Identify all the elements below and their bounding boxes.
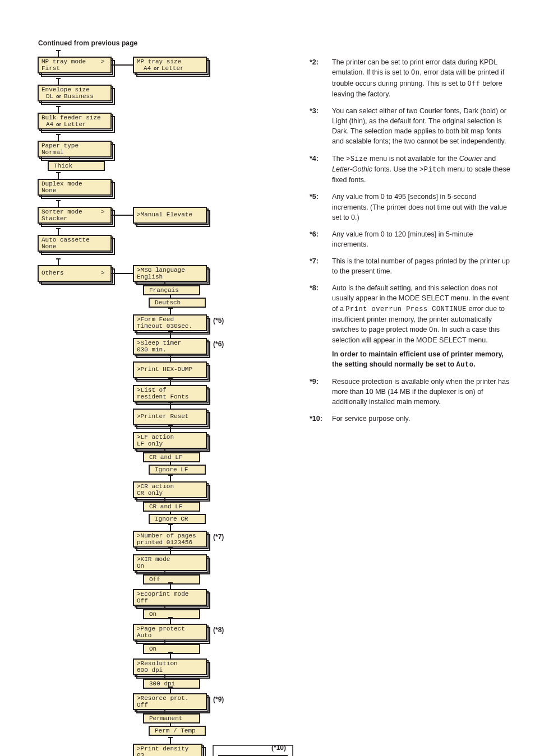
svg-text:(*6): (*6)	[213, 340, 224, 348]
svg-text:>Ecoprint mode: >Ecoprint mode	[137, 591, 188, 597]
note-8: *8: Auto is the default setting, and thi…	[310, 283, 510, 370]
svg-text:CR and LF: CR and LF	[149, 503, 182, 510]
svg-text:(*8): (*8)	[213, 626, 224, 634]
svg-text:>Manual Elevate: >Manual Elevate	[137, 211, 192, 218]
svg-text:Perm / Temp: Perm / Temp	[155, 727, 196, 734]
svg-text:resident Fonts: resident Fonts	[137, 393, 188, 400]
node-hexdump: >Print HEX-DUMP	[133, 355, 210, 381]
svg-text:Off: Off	[137, 597, 148, 604]
svg-text:(*5): (*5)	[213, 317, 224, 324]
svg-text:(*9): (*9)	[213, 695, 224, 703]
svg-text:>KIR mode: >KIR mode	[137, 556, 170, 563]
svg-text:030 min.: 030 min.	[137, 346, 167, 353]
svg-text:Sorter mode: Sorter mode	[41, 208, 82, 215]
page-continued-heading: Continued from previous page	[38, 39, 510, 47]
svg-text:>: >	[101, 58, 105, 65]
svg-text:A4: A4	[46, 121, 54, 128]
svg-text:03: 03	[137, 752, 144, 756]
svg-text:or: or	[56, 122, 61, 127]
node-resolution: >Resolution 600 dpi 300 dpi	[133, 652, 210, 688]
svg-text:On: On	[137, 563, 144, 569]
svg-text:MP tray size: MP tray size	[137, 58, 181, 65]
svg-text:Thick: Thick	[54, 163, 72, 169]
node-eco: >Ecoprint mode Off On	[133, 583, 210, 619]
svg-text:Letter: Letter	[64, 121, 86, 128]
node-bulk-feeder: Bulk feeder size A4 or Letter	[38, 106, 114, 132]
svg-text:CR and LF: CR and LF	[149, 454, 182, 461]
node-msg-language: >MSG language English Français Deutsch	[133, 266, 210, 307]
svg-text:(*7): (*7)	[213, 533, 224, 541]
note-5: *5: Any value from 0 to 495 [seconds] in…	[310, 192, 510, 222]
svg-text:None: None	[41, 187, 56, 194]
node-mp-tray-mode: MP tray mode First > MP tray size A4 or …	[38, 50, 210, 76]
svg-text:Normal: Normal	[41, 149, 64, 156]
node-others: Others >	[38, 259, 133, 285]
svg-text:On: On	[149, 646, 156, 652]
node-auto-cassette: Auto cassette None	[38, 229, 114, 254]
note-6: *6: Any value from 0 to 120 [minutes] in…	[310, 229, 510, 249]
mode-select-menu-diagram: MP tray mode First > MP tray size A4 or …	[38, 57, 296, 756]
svg-text:Ignore CR: Ignore CR	[155, 516, 188, 522]
node-paper-type: Paper type Normal Thick	[38, 134, 114, 170]
node-kir: >KIR mode On Off	[133, 548, 210, 584]
svg-text:Off: Off	[137, 702, 148, 708]
node-duplex: Duplex mode None	[38, 173, 114, 198]
footnotes-column: *2: The printer can be set to print erro…	[310, 57, 510, 431]
svg-text:or: or	[56, 94, 61, 99]
svg-text:>Resorce prot.: >Resorce prot.	[137, 695, 188, 702]
svg-text:First: First	[41, 65, 60, 72]
note-4: *4: The >Size menu is not available for …	[310, 154, 510, 185]
node-envelope-size: Envelope size DL or Business	[38, 78, 114, 104]
svg-text:Bulk feeder size: Bulk feeder size	[41, 114, 101, 121]
svg-text:Auto cassette: Auto cassette	[41, 236, 90, 243]
svg-text:CR only: CR only	[137, 490, 163, 497]
svg-text:Others: Others	[41, 270, 64, 276]
node-sorter: Sorter mode Stacker > >Manual Elevate	[38, 201, 210, 226]
svg-text:Business: Business	[64, 93, 94, 100]
svg-text:>Number of pages: >Number of pages	[137, 532, 196, 539]
svg-text:Deutsch: Deutsch	[155, 299, 181, 306]
note-2: *2: The printer can be set to print erro…	[310, 57, 510, 99]
svg-text:>: >	[101, 270, 105, 276]
node-pages: >Number of pages printed 0123456 (*7)	[133, 525, 224, 550]
svg-text:300 dpi: 300 dpi	[149, 680, 176, 687]
svg-text:LF only: LF only	[137, 440, 163, 447]
svg-text:Permanent: Permanent	[149, 715, 182, 722]
svg-text:DL: DL	[46, 93, 53, 100]
svg-text:>LF action: >LF action	[137, 434, 174, 440]
svg-text:Paper type: Paper type	[41, 142, 79, 149]
node-listfonts: >List of resident Fonts	[133, 379, 210, 405]
node-pageprotect: >Page protect Auto (*8) On	[133, 618, 224, 653]
node-resource-prot: >Resorce prot. Off (*9) Permanent Perm /…	[133, 687, 224, 735]
note-9: *9: Resouce protection is available only…	[310, 377, 510, 407]
note-3: *3: You can select either of two Courier…	[310, 106, 510, 147]
svg-text:>Print HEX-DUMP: >Print HEX-DUMP	[137, 366, 192, 373]
svg-text:printed 0123456: printed 0123456	[137, 539, 192, 546]
node-sleep-timer: >Sleep timer 030 min. (*6)	[133, 332, 224, 358]
svg-text:On: On	[149, 611, 156, 618]
svg-text:Ignore LF: Ignore LF	[155, 466, 188, 473]
svg-text:>MSG language: >MSG language	[137, 267, 185, 273]
node-lf-action: >LF action LF only CR and LF Ignore LF	[133, 426, 210, 474]
svg-text:Off: Off	[149, 576, 160, 583]
svg-text:Letter: Letter	[162, 65, 184, 72]
svg-text:or: or	[154, 66, 159, 71]
svg-text:Duplex mode: Duplex mode	[41, 180, 82, 187]
svg-text:A4: A4	[144, 65, 151, 72]
node-cr-action: >CR action CR only CR and LF Ignore CR	[133, 475, 210, 523]
svg-text:>CR action: >CR action	[137, 483, 174, 490]
svg-text:>Print density: >Print density	[137, 745, 189, 752]
svg-text:>Form Feed: >Form Feed	[137, 316, 174, 323]
svg-text:MP tray mode: MP tray mode	[41, 58, 86, 65]
svg-text:None: None	[41, 243, 56, 250]
node-form-feed: >Form Feed Timeout 030sec. (*5)	[133, 308, 224, 334]
node-reset: >Printer Reset	[133, 402, 210, 428]
svg-text:>List of: >List of	[137, 387, 167, 393]
svg-text:>Page protect: >Page protect	[137, 625, 185, 632]
svg-text:>Printer Reset: >Printer Reset	[137, 413, 188, 420]
svg-text:Auto: Auto	[137, 632, 151, 639]
note-10: *10: For service purpose only.	[310, 414, 510, 424]
note-7: *7: This is the total number of pages pr…	[310, 256, 510, 276]
svg-text:English: English	[137, 273, 163, 280]
svg-text:>: >	[101, 208, 105, 215]
